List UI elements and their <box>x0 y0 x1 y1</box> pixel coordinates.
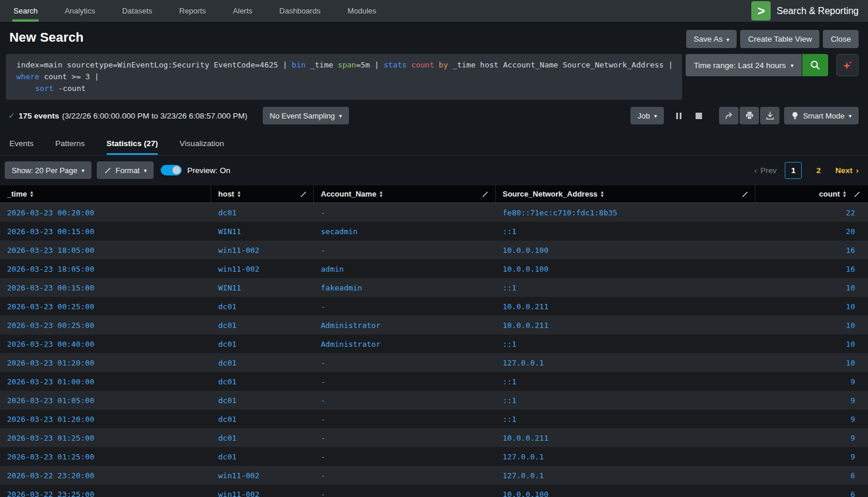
nav-item-datasets[interactable]: Datasets <box>113 0 161 22</box>
page-2-button[interactable]: 2 <box>810 162 827 179</box>
format-button[interactable]: Format ▾ <box>97 161 154 179</box>
stop-job-button[interactable] <box>692 107 705 124</box>
cell-count[interactable]: 9 <box>755 447 868 466</box>
cell-count[interactable]: 20 <box>755 222 868 241</box>
cell-host[interactable]: win11-002 <box>211 259 314 278</box>
ai-assistant-button[interactable] <box>836 54 859 76</box>
column-header-host[interactable]: host▴▾ <box>211 185 314 202</box>
cell-host[interactable]: dc01 <box>211 447 314 466</box>
cell-host[interactable]: dc01 <box>211 410 314 428</box>
cell-source-network-address[interactable]: 10.0.0.100 <box>496 259 755 278</box>
edit-pencil-icon[interactable] <box>299 190 307 198</box>
cell-host[interactable]: dc01 <box>211 372 314 391</box>
edit-column-button[interactable] <box>299 190 307 198</box>
cell-account-name[interactable]: admin <box>314 259 496 278</box>
share-button[interactable] <box>719 107 738 124</box>
cell-time[interactable]: 2026-03-23 00:15:00 <box>0 278 211 297</box>
cell-source-network-address[interactable]: 127.0.0.1 <box>496 353 755 372</box>
per-page-button[interactable]: Show: 20 Per Page ▾ <box>5 161 91 179</box>
cell-source-network-address[interactable]: 10.0.0.211 <box>496 428 755 447</box>
cell-account-name[interactable]: - <box>314 203 496 222</box>
cell-source-network-address[interactable]: fe80::71ec:c710:fdc1:8b35 <box>496 203 755 222</box>
edit-column-button[interactable] <box>853 190 861 198</box>
page-1-button[interactable]: 1 <box>785 162 802 179</box>
tab-events[interactable]: Events <box>9 133 33 155</box>
cell-host[interactable]: win11-002 <box>211 485 314 497</box>
column-header-source-network-address[interactable]: Source_Network_Address▴▾ <box>496 185 755 202</box>
create-table-view-button[interactable]: Create Table View <box>740 30 819 48</box>
cell-host[interactable]: dc01 <box>211 353 314 372</box>
nav-item-analytics[interactable]: Analytics <box>55 0 104 22</box>
edit-column-button[interactable] <box>741 190 749 198</box>
column-header-time[interactable]: _time▴▾ <box>0 185 211 202</box>
next-page-button[interactable]: Next › <box>835 166 859 175</box>
cell-account-name[interactable]: - <box>314 447 496 466</box>
cell-host[interactable]: win11-002 <box>211 241 314 259</box>
cell-account-name[interactable]: secadmin <box>314 222 496 241</box>
edit-pencil-icon[interactable] <box>481 190 489 198</box>
tab-statistics-27[interactable]: Statistics (27) <box>107 133 158 155</box>
edit-pencil-icon[interactable] <box>853 190 861 198</box>
cell-count[interactable]: 10 <box>755 316 868 334</box>
nav-item-search[interactable]: Search <box>4 0 47 22</box>
sort-icon[interactable]: ▴▾ <box>30 191 33 198</box>
column-header-count[interactable]: count▴▾ <box>755 185 868 202</box>
cell-account-name[interactable]: fakeadmin <box>314 278 496 297</box>
close-button[interactable]: Close <box>823 30 859 48</box>
cell-host[interactable]: dc01 <box>211 428 314 447</box>
cell-count[interactable]: 9 <box>755 372 868 391</box>
cell-count[interactable]: 16 <box>755 259 868 278</box>
cell-host[interactable]: dc01 <box>211 391 314 410</box>
export-button[interactable] <box>760 107 779 124</box>
cell-time[interactable]: 2026-03-23 00:15:00 <box>0 222 211 241</box>
cell-account-name[interactable]: - <box>314 391 496 410</box>
cell-source-network-address[interactable]: ::1 <box>496 372 755 391</box>
sort-icon[interactable]: ▴▾ <box>380 191 382 198</box>
sort-icon[interactable]: ▴▾ <box>843 191 846 198</box>
time-range-picker[interactable]: Time range: Last 24 hours ▾ <box>686 54 802 76</box>
cell-time[interactable]: 2026-03-23 01:20:00 <box>0 410 211 428</box>
cell-time[interactable]: 2026-03-23 01:25:00 <box>0 428 211 447</box>
nav-item-modules[interactable]: Modules <box>338 0 385 22</box>
sort-icon[interactable]: ▴▾ <box>601 191 603 198</box>
cell-host[interactable]: dc01 <box>211 316 314 334</box>
pause-job-button[interactable] <box>672 107 685 124</box>
tab-patterns[interactable]: Patterns <box>55 133 84 155</box>
cell-account-name[interactable]: - <box>314 353 496 372</box>
cell-source-network-address[interactable]: 10.0.0.100 <box>496 485 755 497</box>
tab-visualization[interactable]: Visualization <box>179 133 224 155</box>
search-query-input[interactable]: index=main sourcetype=WinEventLog:Securi… <box>6 54 682 100</box>
cell-time[interactable]: 2026-03-23 01:25:00 <box>0 447 211 466</box>
cell-count[interactable]: 9 <box>755 391 868 410</box>
cell-count[interactable]: 6 <box>755 466 868 485</box>
cell-host[interactable]: win11-002 <box>211 466 314 485</box>
cell-count[interactable]: 9 <box>755 410 868 428</box>
cell-time[interactable]: 2026-03-23 00:40:00 <box>0 334 211 353</box>
cell-time[interactable]: 2026-03-23 00:20:00 <box>0 203 211 222</box>
cell-time[interactable]: 2026-03-23 01:05:00 <box>0 391 211 410</box>
prev-page-button[interactable]: ‹ Prev <box>754 166 777 175</box>
cell-time[interactable]: 2026-03-23 18:05:00 <box>0 241 211 259</box>
splunk-app-logo-icon[interactable]: > <box>751 1 771 21</box>
cell-account-name[interactable]: - <box>314 410 496 428</box>
cell-time[interactable]: 2026-03-23 18:05:00 <box>0 259 211 278</box>
cell-source-network-address[interactable]: 10.0.0.100 <box>496 241 755 259</box>
nav-item-dashboards[interactable]: Dashboards <box>270 0 330 22</box>
cell-host[interactable]: WIN11 <box>211 278 314 297</box>
search-mode-button[interactable]: Smart Mode ▾ <box>784 107 859 124</box>
edit-pencil-icon[interactable] <box>741 190 749 198</box>
cell-source-network-address[interactable]: ::1 <box>496 278 755 297</box>
cell-count[interactable]: 10 <box>755 297 868 316</box>
cell-time[interactable]: 2026-03-23 00:25:00 <box>0 316 211 334</box>
cell-host[interactable]: dc01 <box>211 297 314 316</box>
cell-count[interactable]: 9 <box>755 428 868 447</box>
print-button[interactable] <box>740 107 759 124</box>
edit-column-button[interactable] <box>481 190 489 198</box>
cell-source-network-address[interactable]: ::1 <box>496 222 755 241</box>
cell-count[interactable]: 10 <box>755 278 868 297</box>
cell-account-name[interactable]: - <box>314 428 496 447</box>
sort-icon[interactable]: ▴▾ <box>238 191 240 198</box>
cell-time[interactable]: 2026-03-22 23:25:00 <box>0 485 211 497</box>
column-header-account-name[interactable]: Account_Name▴▾ <box>314 185 496 202</box>
cell-count[interactable]: 10 <box>755 334 868 353</box>
